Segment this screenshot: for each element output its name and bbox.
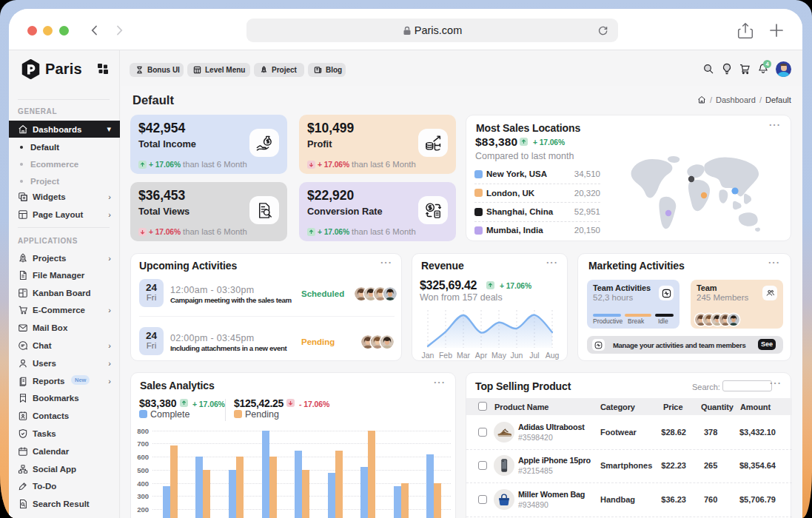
svg-text:Feb: Feb bbox=[439, 351, 452, 360]
svg-text:Jul: Jul bbox=[529, 351, 539, 360]
svg-text:Apr: Apr bbox=[475, 351, 488, 360]
svg-text:May: May bbox=[491, 351, 507, 360]
svg-text:Mar: Mar bbox=[457, 351, 471, 360]
svg-text:Jun: Jun bbox=[511, 351, 523, 360]
svg-text:Jan: Jan bbox=[422, 351, 434, 360]
svg-text:Aug: Aug bbox=[546, 351, 560, 360]
